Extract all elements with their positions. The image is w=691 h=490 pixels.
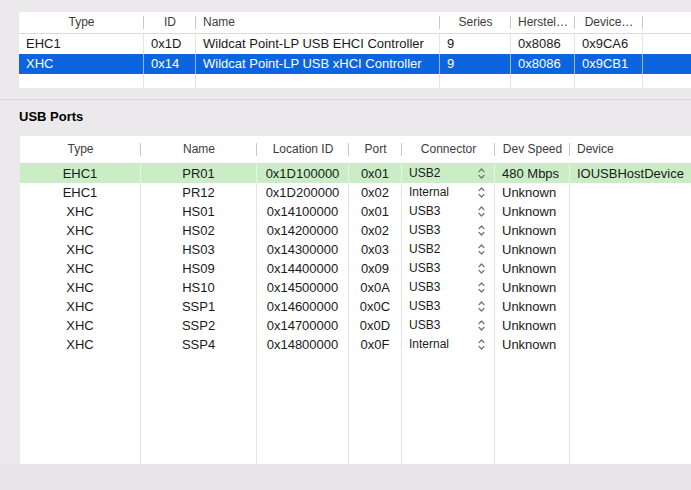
cell-id: 0x14 — [144, 54, 196, 74]
column-header-port[interactable]: Port — [349, 136, 402, 163]
cell-device: 0x9CA6 — [575, 34, 643, 54]
cell-type: XHC — [20, 335, 141, 354]
connector-select[interactable]: USB3 — [402, 259, 495, 278]
controllers-table-header: Type ID Name Series Herstel… Device… — [19, 12, 691, 34]
cell-spacer — [643, 54, 691, 74]
column-header-type[interactable]: Type — [19, 12, 144, 33]
controller-row-ehc1[interactable]: EHC1 0x1D Wildcat Point-LP USB EHCI Cont… — [19, 34, 691, 54]
column-header-name[interactable]: Name — [141, 136, 257, 163]
cell-vendor: 0x8086 — [511, 54, 575, 74]
usb-port-row-hs01[interactable]: XHC HS01 0x14100000 0x01 USB3 Unknown — [20, 202, 691, 221]
column-header-device[interactable]: Device — [570, 136, 691, 163]
column-header-connector[interactable]: Connector — [402, 136, 495, 163]
cell-location-id: 0x14300000 — [257, 240, 349, 259]
column-header-spacer — [643, 12, 691, 33]
column-header-device[interactable]: Device… — [575, 12, 643, 33]
usb-port-row-hs09[interactable]: XHC HS09 0x14400000 0x09 USB3 Unknown — [20, 259, 691, 278]
cell-type: XHC — [20, 202, 141, 221]
cell-device — [570, 297, 691, 316]
usb-port-row-ssp2[interactable]: XHC SSP2 0x14700000 0x0D USB3 Unknown — [20, 316, 691, 335]
cell-dev-speed: 480 Mbps — [495, 164, 570, 183]
connector-select[interactable]: USB3 — [402, 316, 495, 335]
cell-name: Wildcat Point-LP USB xHCI Controller — [196, 54, 440, 74]
column-header-name[interactable]: Name — [196, 12, 440, 33]
cell-spacer — [643, 34, 691, 54]
cell-port: 0x01 — [349, 164, 402, 183]
connector-select[interactable]: USB3 — [402, 278, 495, 297]
cell-type: EHC1 — [19, 34, 144, 54]
column-header-id[interactable]: ID — [144, 12, 196, 33]
usb-port-row-ssp4[interactable]: XHC SSP4 0x14800000 0x0F Internal Unknow… — [20, 335, 691, 354]
cell-location-id: 0x14200000 — [257, 221, 349, 240]
connector-value: USB3 — [409, 221, 440, 240]
cell-port: 0x01 — [349, 202, 402, 221]
cell-port: 0x02 — [349, 183, 402, 202]
cell-location-id: 0x14400000 — [257, 259, 349, 278]
up-down-chevron-icon — [478, 225, 485, 236]
controller-row-xhc-selected[interactable]: XHC 0x14 Wildcat Point-LP USB xHCI Contr… — [19, 54, 691, 74]
usb-ports-table-header: Type Name Location ID Port Connector Dev… — [20, 136, 691, 164]
column-header-series[interactable]: Series — [440, 12, 511, 33]
cell-id: 0x1D — [144, 34, 196, 54]
cell-location-id: 0x14500000 — [257, 278, 349, 297]
cell-location-id: 0x14600000 — [257, 297, 349, 316]
connector-select[interactable]: USB3 — [402, 202, 495, 221]
cell-name: PR12 — [141, 183, 257, 202]
connector-value: USB2 — [409, 164, 440, 183]
column-header-vendor[interactable]: Herstel… — [511, 12, 575, 33]
cell-name: HS10 — [141, 278, 257, 297]
cell-type: XHC — [20, 240, 141, 259]
usb-port-row-hs03[interactable]: XHC HS03 0x14300000 0x03 USB2 Unknown — [20, 240, 691, 259]
cell-location-id: 0x1D100000 — [257, 164, 349, 183]
usb-port-row-hs10[interactable]: XHC HS10 0x14500000 0x0A USB3 Unknown — [20, 278, 691, 297]
connector-select[interactable]: USB3 — [402, 297, 495, 316]
cell-device — [570, 221, 691, 240]
up-down-chevron-icon — [478, 301, 485, 312]
connector-select[interactable]: Internal — [402, 335, 495, 354]
usb-port-row-pr12[interactable]: EHC1 PR12 0x1D200000 0x02 Internal Unkno… — [20, 183, 691, 202]
connector-value: Internal — [409, 335, 449, 354]
up-down-chevron-icon — [478, 244, 485, 255]
cell-port: 0x0A — [349, 278, 402, 297]
cell-name: HS02 — [141, 221, 257, 240]
cell-device — [570, 316, 691, 335]
cell-type: XHC — [20, 316, 141, 335]
cell-port: 0x03 — [349, 240, 402, 259]
cell-location-id: 0x1D200000 — [257, 183, 349, 202]
cell-dev-speed: Unknown — [495, 335, 570, 354]
cell-dev-speed: Unknown — [495, 259, 570, 278]
usb-ports-table: Type Name Location ID Port Connector Dev… — [20, 136, 691, 464]
cell-name: PR01 — [141, 164, 257, 183]
cell-vendor: 0x8086 — [511, 34, 575, 54]
cell-name: SSP4 — [141, 335, 257, 354]
cell-device: IOUSBHostDevice — [570, 164, 691, 183]
cell-port: 0x0C — [349, 297, 402, 316]
connector-select[interactable]: USB2 — [402, 164, 495, 183]
usb-port-row-ssp1[interactable]: XHC SSP1 0x14600000 0x0C USB3 Unknown — [20, 297, 691, 316]
column-header-type[interactable]: Type — [20, 136, 141, 163]
column-header-dev-speed[interactable]: Dev Speed — [495, 136, 570, 163]
usb-port-row-pr01[interactable]: EHC1 PR01 0x1D100000 0x01 USB2 480 Mbps … — [20, 164, 691, 183]
cell-name: Wildcat Point-LP USB EHCI Controller — [196, 34, 440, 54]
connector-select[interactable]: Internal — [402, 183, 495, 202]
cell-device — [570, 240, 691, 259]
cell-type: XHC — [20, 297, 141, 316]
cell-device — [570, 278, 691, 297]
connector-select[interactable]: USB2 — [402, 240, 495, 259]
usb-port-row-hs02[interactable]: XHC HS02 0x14200000 0x02 USB3 Unknown — [20, 221, 691, 240]
cell-type: XHC — [20, 221, 141, 240]
cell-location-id: 0x14800000 — [257, 335, 349, 354]
cell-location-id: 0x14700000 — [257, 316, 349, 335]
cell-dev-speed: Unknown — [495, 278, 570, 297]
column-header-location-id[interactable]: Location ID — [257, 136, 349, 163]
connector-select[interactable]: USB3 — [402, 221, 495, 240]
cell-type: XHC — [19, 54, 144, 74]
cell-location-id: 0x14100000 — [257, 202, 349, 221]
cell-type: XHC — [20, 259, 141, 278]
cell-port: 0x0D — [349, 316, 402, 335]
cell-type: EHC1 — [20, 164, 141, 183]
cell-device: 0x9CB1 — [575, 54, 643, 74]
cell-name: SSP2 — [141, 316, 257, 335]
cell-name: SSP1 — [141, 297, 257, 316]
up-down-chevron-icon — [478, 187, 485, 198]
